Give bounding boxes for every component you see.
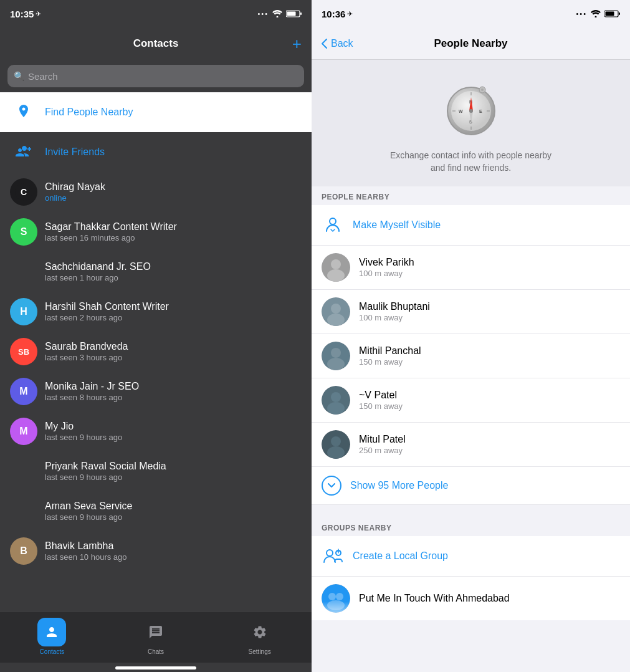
fade-overlay [312,602,630,620]
contact-status: last seen 9 hours ago [45,473,302,482]
avatar: S [10,218,37,246]
groups-list: Create a Local Group Put Me In Touch Wit… [312,536,630,620]
back-label: Back [331,38,353,49]
contact-item[interactable]: SB Saurab Brandveda last seen 3 hours ag… [0,332,312,372]
person-name: Mitul Patel [359,434,620,445]
avatar [10,258,37,286]
contact-status: last seen 9 hours ago [45,512,302,522]
invite-friends-item[interactable]: Invite Friends [0,132,312,172]
person-distance: 150 m away [359,357,620,367]
avatar: H [10,298,37,325]
tab-contacts[interactable]: Contacts [0,618,104,655]
person-distance: 250 m away [359,446,620,455]
contact-item[interactable]: C Chirag Nayak online [0,172,312,212]
make-myself-visible-item[interactable]: Make Myself Visible [312,205,630,246]
compass-icon: N S W E [440,79,502,141]
status-bar-left: 10:35 ✈ ••• [0,0,312,27]
person-info: Mithil Panchal 150 m away [359,345,620,367]
svg-point-37 [327,402,345,415]
contact-info: Sagar Thakkar Content Writer last seen 1… [45,221,302,242]
person-nearby-item[interactable]: Mitul Patel 250 m away [312,423,630,467]
person-nearby-item[interactable]: ~V Patel 150 m away [312,378,630,423]
search-bar[interactable]: 🔍 Search [7,65,304,87]
contact-name: Priyank Raval Social Media [45,461,302,472]
groups-nearby-section: GROUPS NEARBY Create a Local Group [312,517,630,620]
svg-point-45 [336,593,343,600]
svg-point-33 [331,348,341,358]
contact-info: Chirag Nayak online [45,181,302,203]
search-placeholder: Search [28,71,58,82]
contact-name: Sagar Thakkar Content Writer [45,221,302,233]
contact-info: Harshil Shah Content Writer last seen 2 … [45,301,302,322]
find-people-nearby-info: Find People Nearby [45,107,302,118]
avatar [10,497,37,525]
wifi-icon-right [591,10,601,17]
left-panel: 10:35 ✈ ••• Contacts + 🔍 Search [0,0,312,672]
person-distance: 100 m away [359,269,620,278]
invite-friends-label: Invite Friends [45,146,302,158]
settings-tab-label: Settings [249,648,271,655]
chats-tab-icon [141,618,170,646]
contact-item[interactable]: M Monika Jain - Jr SEO last seen 8 hours… [0,372,312,411]
contacts-title: Contacts [133,37,179,50]
back-chevron-icon [322,39,328,49]
find-people-nearby-label: Find People Nearby [45,107,302,118]
svg-rect-8 [619,12,620,15]
person-nearby-item[interactable]: Maulik Bhuptani 100 m away [312,290,630,334]
contact-status: last seen 16 minutes ago [45,233,302,242]
search-icon: 🔍 [14,71,24,81]
groups-nearby-section-header: GROUPS NEARBY [312,517,630,536]
svg-point-31 [327,314,345,326]
add-contact-button[interactable]: + [292,36,302,52]
contact-info: Priyank Raval Social Media last seen 9 h… [45,461,302,482]
contacts-tab-label: Contacts [40,648,64,655]
create-local-group-item[interactable]: Create a Local Group [312,536,630,577]
svg-point-44 [328,593,336,600]
person-nearby-item[interactable]: Vivek Parikh 100 m away [312,246,630,290]
show-more-people-item[interactable]: Show 95 More People [312,467,630,505]
svg-point-40 [327,446,345,459]
avatar [10,458,37,485]
svg-point-25 [330,218,336,224]
contact-status: online [45,193,302,203]
dots-icon-right: ••• [576,10,587,17]
contact-item[interactable]: Aman Seva Service last seen 9 hours ago [0,491,312,531]
person-info: Mitul Patel 250 m away [359,434,620,455]
contact-name: Monika Jain - Jr SEO [45,381,302,392]
svg-point-30 [331,304,341,314]
status-icons-left: ••• [257,10,302,17]
svg-point-24 [481,89,484,91]
contact-name: My Jio [45,421,302,432]
contact-item[interactable]: Priyank Raval Social Media last seen 9 h… [0,451,312,491]
avatar: SB [10,338,37,365]
group-item[interactable]: Put Me In Touch With Ahmedabad [312,577,630,620]
svg-point-34 [327,358,345,370]
svg-point-27 [331,259,341,269]
contact-item[interactable]: S Sagar Thakkar Content Writer last seen… [0,212,312,252]
contact-item[interactable]: B Bhavik Lambha last seen 10 hours ago [0,531,312,571]
svg-point-0 [277,16,279,18]
avatar [322,430,350,459]
back-button[interactable]: Back [322,38,353,49]
contact-item[interactable]: H Harshil Shah Content Writer last seen … [0,292,312,332]
avatar [322,386,350,415]
contact-info: Monika Jain - Jr SEO last seen 8 hours a… [45,381,302,402]
status-bar-right: 10:36 ✈ ••• [312,0,630,27]
find-people-nearby-item[interactable]: Find People Nearby [0,92,312,132]
tab-chats[interactable]: Chats [104,618,208,655]
people-nearby-list: Make Myself Visible Vivek Parikh 100 m a… [312,205,630,505]
contact-item[interactable]: M My Jio last seen 9 hours ago [0,411,312,451]
create-group-label: Create a Local Group [353,550,448,562]
person-nearby-item[interactable]: Mithil Panchal 150 m away [312,334,630,378]
avatar: M [10,378,37,405]
contact-info: Sachchidanand Jr. SEO last seen 1 hour a… [45,261,302,282]
invite-friends-icon [10,138,37,166]
contact-status: last seen 10 hours ago [45,552,302,562]
contacts-list: Find People Nearby Invite Friends C [0,92,312,611]
person-distance: 100 m away [359,313,620,322]
contact-name: Chirag Nayak [45,181,302,193]
contact-status: last seen 8 hours ago [45,393,302,402]
tab-settings[interactable]: Settings [208,618,312,655]
contact-item[interactable]: Sachchidanand Jr. SEO last seen 1 hour a… [0,252,312,292]
page-title: People Nearby [434,37,507,50]
